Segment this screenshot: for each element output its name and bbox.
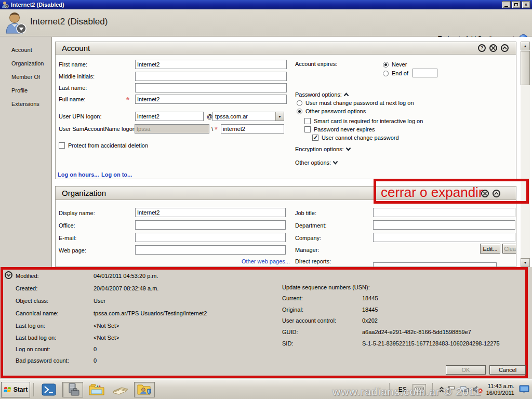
organization-section-title: Organization <box>62 189 106 197</box>
other-options-label[interactable]: Other options: <box>295 159 338 166</box>
expand-down-icon <box>345 147 351 151</box>
details-label: Canonical name: <box>16 310 59 316</box>
section-close-icon[interactable] <box>489 44 497 52</box>
cannot-change-password-checkbox[interactable] <box>312 135 318 141</box>
expires-end-date-input[interactable] <box>413 69 437 77</box>
upn-logon-label: User UPN logon: <box>59 113 102 119</box>
last-name-input[interactable] <box>135 83 287 92</box>
restore-button[interactable] <box>512 1 521 8</box>
clock-time: 11:43 a.m. <box>486 383 514 390</box>
keyboard-icon[interactable] <box>413 384 426 395</box>
expires-end-of-radio[interactable] <box>383 71 389 76</box>
action-center-flag-icon[interactable] <box>447 385 457 394</box>
section-collapse-icon[interactable] <box>501 44 509 52</box>
full-name-input[interactable] <box>135 95 287 104</box>
details-collapse-icon[interactable] <box>5 271 12 279</box>
encryption-options-label[interactable]: Encryption options: <box>295 146 351 152</box>
details-label: SID: <box>282 340 293 347</box>
show-desktop-button[interactable] <box>518 383 530 396</box>
vertical-scrollbar[interactable]: ▲ ▼ <box>521 42 530 267</box>
office-input[interactable] <box>135 220 286 230</box>
sidebar-item-extensions[interactable]: Extensions <box>0 97 51 111</box>
other-password-options-radio[interactable] <box>297 109 302 114</box>
expires-never-label: Never <box>392 61 407 68</box>
sam-logon-label: User SamAccountName logon: <box>59 126 137 132</box>
manager-clear-button[interactable]: Clear <box>502 244 516 254</box>
taskbar-powershell-icon[interactable] <box>38 382 59 397</box>
sam-account-input[interactable] <box>221 124 284 134</box>
scroll-down-button[interactable]: ▼ <box>521 258 530 267</box>
email-input[interactable] <box>135 233 286 242</box>
middle-initials-input[interactable] <box>135 72 287 81</box>
log-on-hours-link[interactable]: Log on hours... <box>58 171 99 178</box>
department-input[interactable] <box>373 220 515 230</box>
details-label: Original: <box>282 307 303 313</box>
web-page-input[interactable] <box>135 245 286 255</box>
tray-divider <box>432 383 433 396</box>
expires-end-of-label: End of <box>392 70 408 76</box>
scrollbar-thumb[interactable] <box>521 51 530 85</box>
smart-card-checkbox[interactable] <box>304 118 311 124</box>
show-desktop-icon <box>519 385 529 394</box>
taskbar: Start <box>0 379 532 399</box>
details-label: Created: <box>16 285 37 291</box>
display-name-input[interactable] <box>135 208 286 217</box>
sidebar-item-member-of[interactable]: Member Of <box>0 70 51 84</box>
show-hidden-icons-chevron[interactable] <box>439 386 444 393</box>
required-icon: * <box>215 125 218 134</box>
close-button[interactable]: × <box>522 1 530 8</box>
taskbar-documents-icon[interactable] <box>110 382 131 397</box>
clock[interactable]: 11:43 a.m. 16/09/2011 <box>486 383 515 396</box>
page-title: Internet2 (Disabled) <box>30 17 108 27</box>
taskbar-explorer-icon[interactable] <box>86 382 107 397</box>
direct-reports-list[interactable] <box>373 262 497 267</box>
must-change-password-radio[interactable] <box>297 100 302 106</box>
protect-deletion-label: Protect from accidental deletion <box>68 142 148 149</box>
sidebar-item-account[interactable]: Account <box>0 43 51 57</box>
other-password-options-label: Other password options <box>305 108 366 114</box>
language-indicator[interactable]: ES <box>396 385 409 394</box>
volume-muted-icon[interactable] <box>473 385 483 393</box>
cancel-button[interactable]: Cancel <box>489 365 526 375</box>
full-name-label: Full name: <box>59 96 85 102</box>
collapse-up-icon <box>343 92 349 97</box>
expires-never-radio[interactable] <box>383 62 389 68</box>
taskbar-adac-icon[interactable] <box>134 382 155 397</box>
window-user-icon <box>2 1 9 8</box>
details-value: <Not Set> <box>94 335 119 341</box>
minimize-button[interactable] <box>502 1 511 8</box>
start-button[interactable]: Start <box>1 382 30 397</box>
company-input[interactable] <box>373 233 515 242</box>
other-web-pages-link[interactable]: Other web pages... <box>242 258 290 264</box>
ok-button[interactable]: OK <box>446 365 486 375</box>
restore-icon <box>514 3 518 6</box>
details-value: tpssa.com.ar/TPS Usuarios/Testing/Intern… <box>94 310 207 316</box>
job-title-label: Job title: <box>295 210 316 216</box>
taskbar-server-manager-icon[interactable] <box>62 382 83 397</box>
details-value: 0x202 <box>362 317 378 324</box>
protect-deletion-checkbox[interactable] <box>59 142 65 149</box>
password-never-expires-checkbox[interactable] <box>304 126 311 132</box>
upn-domain-select[interactable]: tpssa.com.ar ▼ <box>212 112 284 121</box>
details-value: S-1-5-21-839522115-1677128483-1060284298… <box>362 340 500 347</box>
minimize-icon <box>504 6 508 7</box>
sam-domain-input <box>135 124 209 134</box>
section-help-icon[interactable]: ? <box>478 44 486 52</box>
log-on-to-link[interactable]: Log on to... <box>101 171 132 178</box>
first-name-input[interactable] <box>135 60 287 69</box>
manager-edit-button[interactable]: Edit... <box>480 244 500 254</box>
password-options-label[interactable]: Password options: <box>295 91 349 98</box>
network-icon[interactable] <box>460 385 470 393</box>
details-value: <Not Set> <box>94 323 119 329</box>
scroll-up-button[interactable]: ▲ <box>521 42 530 50</box>
smart-card-label: Smart card is required for interactive l… <box>314 118 423 124</box>
middle-initials-label: Middle initials: <box>59 73 95 79</box>
upn-logon-input[interactable] <box>135 112 204 121</box>
sidebar-item-profile[interactable]: Profile <box>0 84 51 97</box>
sidebar-item-organization[interactable]: Organization <box>0 57 51 70</box>
tray-divider <box>389 383 390 396</box>
dropdown-arrow-icon[interactable]: ▼ <box>275 112 284 121</box>
account-section-title: Account <box>62 44 90 52</box>
job-title-input[interactable] <box>373 208 515 217</box>
sidebar: Account Organization Member Of Profile E… <box>0 37 52 267</box>
